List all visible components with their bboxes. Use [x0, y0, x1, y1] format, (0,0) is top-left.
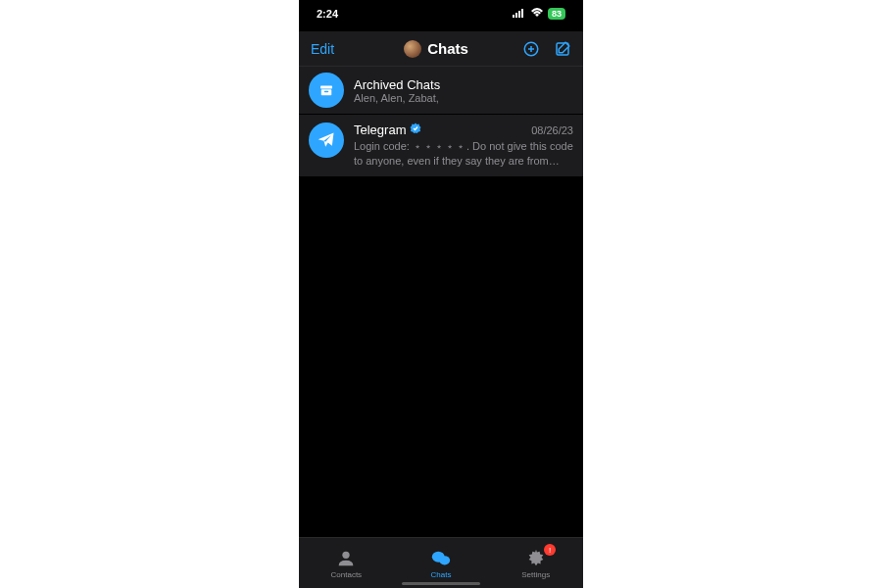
nav-title-area: Chats — [404, 40, 468, 58]
archived-title: Archived Chats — [354, 77, 440, 92]
tab-contacts-label: Contacts — [331, 570, 363, 579]
archived-chats-row[interactable]: Archived Chats Alen, Alen, Zabat, — [299, 67, 583, 115]
nav-bar: Edit Chats — [299, 31, 583, 67]
settings-badge: ! — [544, 544, 556, 556]
tab-settings-label: Settings — [521, 570, 550, 579]
user-avatar[interactable] — [404, 40, 421, 58]
chat-header-line: Telegram 08/26/23 — [354, 122, 573, 137]
svg-point-13 — [439, 556, 450, 564]
tab-settings[interactable]: Settings ! — [488, 538, 583, 588]
tab-bar: Contacts Chats Settings ! — [299, 537, 583, 588]
svg-rect-0 — [513, 15, 514, 18]
archived-subtitle: Alen, Alen, Zabat, — [354, 92, 440, 104]
nav-actions — [522, 40, 571, 58]
chat-row-telegram[interactable]: Telegram 08/26/23 Login code: ﹡﹡﹡﹡﹡. Do … — [299, 115, 583, 176]
status-bar: 2:24 83 — [299, 4, 583, 24]
chat-name: Telegram — [354, 122, 421, 137]
svg-rect-10 — [324, 91, 329, 93]
chat-name-text: Telegram — [354, 122, 406, 137]
chat-preview: Login code: ﹡﹡﹡﹡﹡. Do not give this code… — [354, 139, 573, 169]
home-indicator — [402, 582, 480, 585]
edit-button[interactable]: Edit — [311, 41, 350, 57]
svg-rect-1 — [515, 13, 517, 18]
wifi-icon — [530, 8, 544, 20]
tab-contacts[interactable]: Contacts — [299, 538, 394, 588]
archive-icon — [309, 73, 344, 108]
telegram-avatar — [309, 122, 344, 158]
svg-point-11 — [343, 551, 350, 558]
phone-frame: 2:24 83 Edit Chats — [299, 0, 583, 588]
battery-badge: 83 — [548, 8, 565, 20]
add-circle-icon[interactable] — [522, 40, 540, 58]
verified-icon — [410, 122, 421, 137]
tab-chats-label: Chats — [431, 570, 452, 579]
chat-date: 08/26/23 — [531, 124, 573, 136]
archived-text: Archived Chats Alen, Alen, Zabat, — [354, 77, 440, 104]
chat-list: Archived Chats Alen, Alen, Zabat, Telegr… — [299, 67, 583, 176]
svg-rect-3 — [521, 9, 523, 18]
tab-chats[interactable]: Chats — [394, 538, 489, 588]
chat-body: Telegram 08/26/23 Login code: ﹡﹡﹡﹡﹡. Do … — [354, 122, 573, 169]
svg-rect-2 — [518, 11, 520, 18]
status-right: 83 — [513, 8, 565, 20]
svg-rect-8 — [320, 86, 332, 89]
signal-icon — [513, 8, 526, 20]
compose-icon[interactable] — [554, 40, 571, 58]
status-time: 2:24 — [317, 8, 338, 20]
nav-title: Chats — [427, 40, 468, 57]
